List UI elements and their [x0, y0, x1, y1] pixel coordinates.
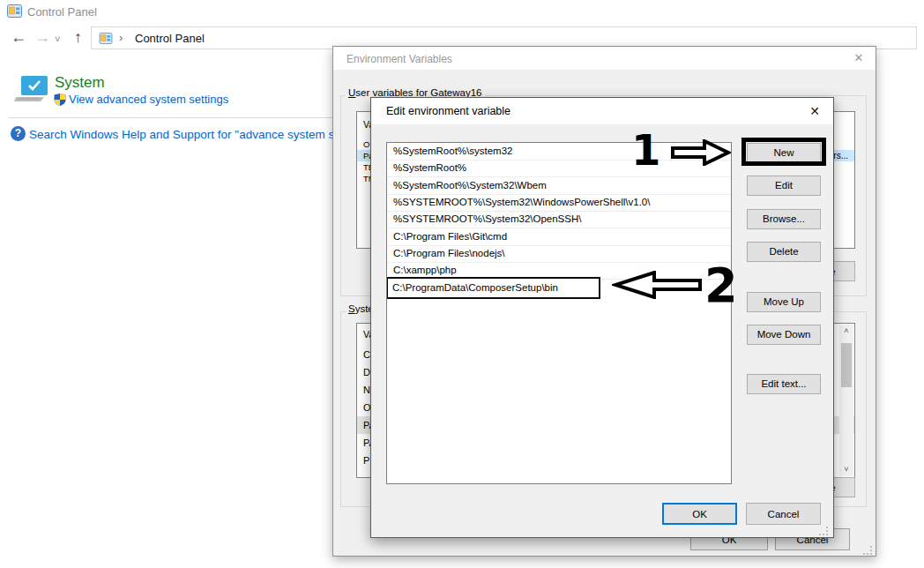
breadcrumb[interactable]: Control Panel	[135, 32, 205, 45]
arrow-right-annotation	[671, 139, 731, 166]
system-section-heading: System	[55, 74, 105, 92]
edit-dialog-close-icon[interactable]: ✕	[803, 101, 826, 122]
scrollbar-thumb[interactable]	[841, 343, 852, 387]
forward-icon[interactable]: →	[34, 27, 50, 47]
system-icon	[14, 74, 51, 104]
breadcrumb-control-panel-icon	[99, 33, 113, 44]
window-title: Control Panel	[27, 5, 97, 19]
path-entry[interactable]: C:\Program Files\nodejs\	[387, 245, 731, 263]
path-entry[interactable]: C:\Program Files\Git\cmd	[387, 228, 731, 246]
path-entries-list[interactable]: %SystemRoot%\system32 %SystemRoot% %Syst…	[386, 142, 732, 484]
system-list-scrollbar[interactable]: ˄ ˅	[839, 325, 853, 476]
edit-dialog-title: Edit environment variable	[386, 105, 510, 117]
move-up-button[interactable]: Move Up	[747, 292, 821, 312]
cancel-button[interactable]: Cancel	[746, 503, 821, 525]
control-panel-titlebar: Control Panel	[0, 0, 924, 25]
uac-shield-icon	[54, 93, 66, 106]
environment-variables-titlebar: Environment Variables ✕	[333, 47, 876, 70]
edit-dialog-titlebar: Edit environment variable ✕	[371, 98, 833, 124]
environment-variables-title: Environment Variables	[346, 53, 452, 65]
section-divider	[9, 117, 332, 118]
screen: Control Panel ← → ˅ ↑ › Control Panel Sy…	[0, 0, 924, 568]
step-1-number: 1	[631, 129, 660, 171]
scroll-up-icon[interactable]: ˄	[839, 325, 853, 338]
scroll-down-icon[interactable]: ˅	[839, 463, 853, 476]
path-entry[interactable]: %SYSTEMROOT%\System32\WindowsPowerShell\…	[387, 194, 731, 212]
resize-grip[interactable]	[819, 527, 828, 535]
path-entry-edit-field[interactable]: C:\ProgramData\ComposerSetup\bin	[386, 277, 600, 299]
new-button-highlight-frame	[741, 138, 826, 166]
path-entry[interactable]: %SystemRoot%\System32\Wbem	[387, 177, 731, 195]
delete-button[interactable]: Delete	[747, 242, 821, 262]
breadcrumb-chevron-icon: ›	[119, 31, 123, 44]
control-panel-icon	[7, 4, 22, 18]
help-icon: ?	[11, 126, 26, 141]
selected-value-fragment: rs...	[833, 150, 854, 161]
help-search-link[interactable]: Search Windows Help and Support for "adv…	[29, 128, 368, 141]
resize-grip[interactable]	[863, 546, 872, 555]
edit-button[interactable]: Edit	[747, 176, 821, 196]
arrow-left-annotation	[612, 271, 702, 299]
environment-variables-close-icon[interactable]: ✕	[847, 49, 870, 68]
ok-button[interactable]: OK	[662, 503, 737, 525]
path-entry[interactable]: %SYSTEMROOT%\System32\OpenSSH\	[387, 211, 731, 228]
recent-pages-chevron-icon[interactable]: ˅	[55, 29, 60, 49]
step-2-number: 2	[704, 262, 738, 310]
view-advanced-system-settings-link[interactable]: View advanced system settings	[69, 93, 228, 106]
browse-button[interactable]: Browse...	[747, 209, 821, 229]
up-icon[interactable]: ↑	[74, 27, 82, 47]
edit-text-button[interactable]: Edit text...	[747, 374, 821, 394]
move-down-button[interactable]: Move Down	[747, 325, 821, 345]
back-icon[interactable]: ←	[11, 27, 26, 47]
